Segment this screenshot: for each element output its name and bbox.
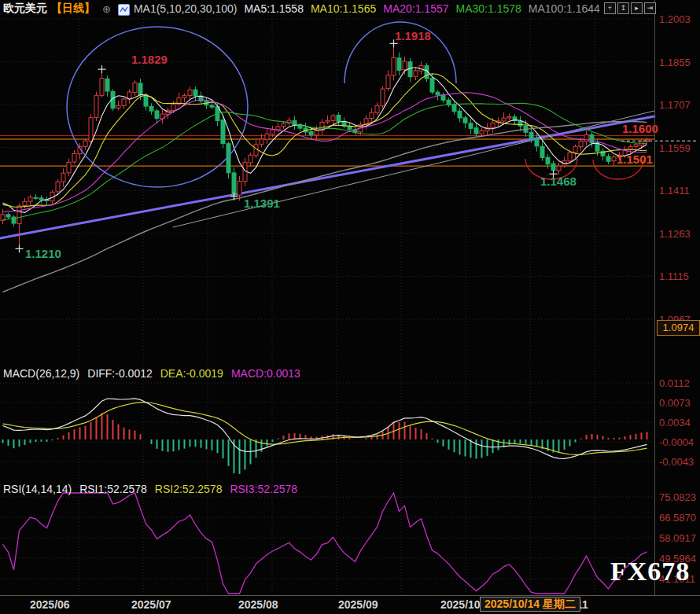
candle bbox=[452, 105, 456, 112]
candle bbox=[414, 71, 418, 76]
candle bbox=[436, 92, 440, 95]
price-annotation: 1.1918 bbox=[395, 29, 431, 42]
candle bbox=[23, 202, 27, 206]
candle bbox=[149, 106, 153, 111]
candle bbox=[72, 153, 76, 162]
time-axis-label: 2025/10 bbox=[440, 598, 481, 611]
axis-tick-label: 1.1707 bbox=[659, 99, 691, 111]
candle bbox=[282, 123, 286, 126]
axis-tick-label: 75.0823 bbox=[659, 491, 696, 503]
candle bbox=[210, 105, 214, 107]
candle bbox=[381, 89, 385, 106]
candle bbox=[221, 120, 225, 144]
price-annotation: 1.1501 bbox=[617, 153, 653, 166]
candle bbox=[315, 131, 319, 135]
candle bbox=[430, 78, 434, 92]
candle bbox=[579, 142, 583, 147]
candle bbox=[392, 57, 396, 75]
axis-tick-label: 0.0112 bbox=[659, 377, 690, 389]
chart-header: 欧元美元 【日线】 ⊕ MA1(5,10,20,30,100) MA5:1.15… bbox=[3, 2, 600, 16]
axis-tick-label: 0.0034 bbox=[659, 417, 691, 428]
period-label[interactable]: 【日线】 bbox=[51, 2, 95, 16]
candle bbox=[540, 146, 544, 157]
candle bbox=[634, 145, 638, 146]
candle bbox=[590, 134, 594, 142]
rsi2-value: RSI2:52.2578 bbox=[155, 483, 223, 495]
symbol-name: 欧元美元 bbox=[3, 2, 47, 16]
price-axis-line bbox=[654, 0, 655, 595]
candle bbox=[83, 141, 87, 146]
candle bbox=[94, 95, 98, 117]
candle bbox=[138, 83, 142, 95]
candle bbox=[89, 118, 93, 142]
axis-play-icon[interactable]: ▸ bbox=[631, 2, 643, 14]
candle bbox=[61, 173, 65, 182]
candle bbox=[39, 198, 43, 200]
collapse-right-icon[interactable]: ⇥ bbox=[644, 2, 656, 14]
axis-tick-label: 1.1115 bbox=[659, 270, 689, 282]
rsi-title: RSI(14,14,14) bbox=[3, 483, 72, 495]
axis-tick-label: 0.0073 bbox=[659, 397, 691, 409]
axis-tick-label: 1.2003 bbox=[659, 13, 691, 25]
candle bbox=[326, 121, 330, 123]
macd-header: MACD(26,12,9) DIFF:-0.0012 DEA:-0.0019 M… bbox=[3, 367, 300, 380]
candlestick-chart-canvas[interactable]: 1.16001.15011.18291.19181.13911.12101.14… bbox=[0, 0, 700, 614]
candle bbox=[397, 58, 401, 71]
crosshair-date-box: 2025/10/14 星期二 bbox=[480, 597, 580, 612]
candle bbox=[56, 182, 60, 192]
pan-move-icon[interactable]: + bbox=[604, 2, 616, 14]
candle bbox=[480, 131, 484, 134]
time-axis-line bbox=[0, 595, 700, 596]
macd-title: MACD(26,12,9) bbox=[3, 367, 79, 380]
candle bbox=[171, 105, 175, 111]
candle bbox=[337, 115, 341, 121]
candle bbox=[386, 75, 390, 89]
candle bbox=[34, 197, 38, 198]
candle bbox=[67, 162, 71, 172]
candle bbox=[463, 118, 467, 123]
price-annotation: 1.1829 bbox=[131, 53, 168, 66]
axis-tick-label: -0.0043 bbox=[659, 456, 694, 468]
candle bbox=[403, 61, 407, 70]
time-axis-label: 2025/07 bbox=[131, 598, 171, 611]
circle-plus-icon[interactable]: ⊕ bbox=[102, 3, 111, 15]
fx678-watermark: FX678 bbox=[610, 557, 690, 586]
candle bbox=[155, 111, 159, 119]
ma20-value: MA20:1.1557 bbox=[383, 2, 448, 15]
ma100-value: MA100:1.1644 bbox=[529, 2, 600, 15]
candle bbox=[375, 105, 379, 112]
candle bbox=[557, 166, 561, 171]
candle bbox=[551, 164, 555, 170]
candle bbox=[507, 116, 511, 118]
rsi-header: RSI(14,14,14) RSI1:52.2578 RSI2:52.2578 … bbox=[3, 483, 297, 495]
rsi3-value: RSI3:52.2578 bbox=[230, 483, 297, 495]
candle bbox=[348, 127, 352, 129]
candle bbox=[474, 128, 478, 134]
mini-chart-icon[interactable] bbox=[118, 4, 130, 16]
axis-zoom-in-icon[interactable]: ↥ bbox=[617, 2, 629, 14]
macd-panel bbox=[3, 399, 647, 474]
dea-line bbox=[3, 403, 647, 455]
candle bbox=[100, 79, 104, 96]
rsi1-value: RSI1:52.2578 bbox=[79, 483, 147, 495]
candle bbox=[127, 92, 131, 99]
time-axis-label: 2025/06 bbox=[30, 598, 70, 611]
candle bbox=[232, 173, 236, 195]
candle bbox=[133, 83, 137, 92]
time-axis-label: 2025/09 bbox=[338, 598, 378, 611]
candle bbox=[568, 153, 572, 161]
candle bbox=[28, 197, 32, 201]
candle bbox=[469, 123, 473, 129]
axis-tick-label: 58.0917 bbox=[659, 532, 696, 544]
ma5-value: MA5:1.1558 bbox=[244, 2, 304, 15]
macd-dea-value: DEA:-0.0019 bbox=[160, 367, 223, 380]
candle bbox=[105, 79, 109, 91]
candle bbox=[265, 134, 269, 139]
candle bbox=[584, 134, 588, 142]
ma10-value: MA10:1.1565 bbox=[311, 2, 376, 15]
axis-price-box: 1.0974 bbox=[657, 320, 700, 336]
candle bbox=[546, 157, 550, 164]
candle bbox=[144, 95, 148, 106]
macd-macd-value: MACD:0.0013 bbox=[231, 367, 300, 380]
axis-tick-label: 1.1559 bbox=[659, 142, 691, 153]
